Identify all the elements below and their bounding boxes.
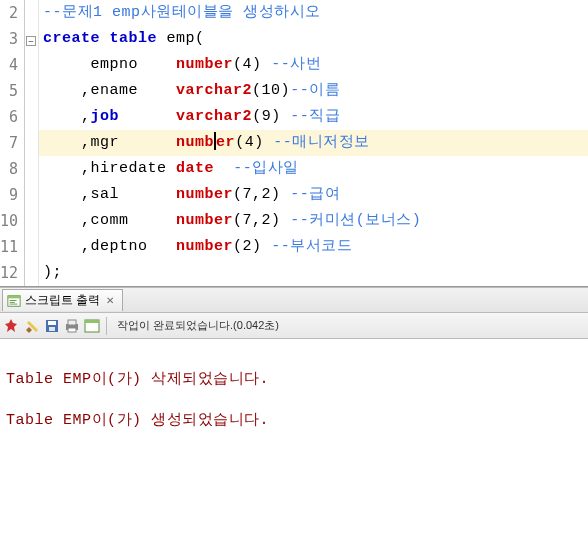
output-area: Table EMP이(가) 삭제되었습니다. Table EMP이(가) 생성되…	[0, 339, 588, 459]
fold-slot	[25, 208, 38, 234]
save-icon[interactable]	[44, 318, 60, 334]
token-ident: ,	[43, 108, 91, 125]
code-line[interactable]: empno number(4) --사번	[39, 52, 588, 78]
token-dtype: er	[216, 134, 235, 151]
code-line[interactable]: ,deptno number(2) --부서코드	[39, 234, 588, 260]
token-comment: --사번	[271, 56, 321, 73]
token-comment: --이름	[290, 82, 340, 99]
token-ident: ,mgr	[43, 134, 176, 151]
token-punct: (4)	[233, 56, 271, 73]
svg-rect-1	[8, 295, 20, 298]
fold-slot	[25, 234, 38, 260]
token-comment: --커미션(보너스)	[290, 212, 421, 229]
svg-rect-9	[68, 320, 76, 325]
token-punct: (4)	[235, 134, 273, 151]
token-comment: --문제1 emp사원테이블을 생성하시오	[43, 4, 321, 21]
output-line: Table EMP이(가) 삭제되었습니다.	[6, 369, 582, 388]
fold-slot	[25, 182, 38, 208]
token-punct: (10)	[252, 82, 290, 99]
fold-slot	[25, 0, 38, 26]
token-kw: table	[110, 30, 158, 47]
sql-icon[interactable]	[84, 318, 100, 334]
token-ident	[214, 160, 233, 177]
fold-slot	[25, 130, 38, 156]
status-text: 작업이 완료되었습니다.(0.042초)	[117, 318, 279, 333]
token-dtype: date	[176, 160, 214, 177]
fold-slot	[25, 78, 38, 104]
token-comment: --부서코드	[271, 238, 352, 255]
token-ident: ,sal	[43, 186, 176, 203]
print-icon[interactable]	[64, 318, 80, 334]
close-icon[interactable]: ✕	[104, 295, 116, 306]
code-line[interactable]: ,ename varchar2(10)--이름	[39, 78, 588, 104]
token-dtype: varchar2	[176, 82, 252, 99]
token-ident: ,comm	[43, 212, 176, 229]
line-gutter: 23456789101112	[0, 0, 25, 286]
svg-rect-12	[85, 320, 99, 323]
code-line[interactable]: create table emp(	[39, 26, 588, 52]
code-line[interactable]: ,comm number(7,2) --커미션(보너스)	[39, 208, 588, 234]
token-comment: --매니저정보	[273, 134, 370, 151]
output-line: Table EMP이(가) 생성되었습니다.	[6, 410, 582, 429]
token-punct: (2)	[233, 238, 271, 255]
token-ident: empno	[43, 56, 176, 73]
code-line[interactable]: ,hiredate date --입사일	[39, 156, 588, 182]
fold-slot	[25, 156, 38, 182]
line-number: 4	[0, 52, 24, 78]
line-number: 3	[0, 26, 24, 52]
token-dtype: number	[176, 186, 233, 203]
token-punct: (7,2)	[233, 212, 290, 229]
tab-script-output[interactable]: 스크립트 출력 ✕	[2, 289, 123, 311]
token-kw: create	[43, 30, 100, 47]
svg-rect-10	[68, 328, 76, 332]
code-editor[interactable]: 23456789101112 − --문제1 emp사원테이블을 생성하시오cr…	[0, 0, 588, 287]
line-number: 10	[0, 208, 24, 234]
svg-rect-3	[10, 301, 15, 302]
clear-icon[interactable]	[24, 318, 40, 334]
fold-slot	[25, 260, 38, 286]
pin-icon[interactable]	[4, 318, 20, 334]
token-ident: ,hiredate	[43, 160, 176, 177]
svg-rect-2	[10, 300, 17, 301]
output-panel-tabbar: 스크립트 출력 ✕	[0, 287, 588, 313]
code-line[interactable]: ,job varchar2(9) --직급	[39, 104, 588, 130]
script-output-icon	[7, 294, 21, 308]
code-line[interactable]: );	[39, 260, 588, 286]
token-ident	[119, 108, 176, 125]
line-number: 2	[0, 0, 24, 26]
line-number: 9	[0, 182, 24, 208]
token-comment: --급여	[290, 186, 340, 203]
token-ident: ,ename	[43, 82, 176, 99]
line-number: 7	[0, 130, 24, 156]
fold-slot	[25, 52, 38, 78]
line-number: 6	[0, 104, 24, 130]
token-dtype: number	[176, 238, 233, 255]
code-line[interactable]: ,sal number(7,2) --급여	[39, 182, 588, 208]
token-ident	[100, 30, 110, 47]
fold-column: −	[25, 0, 39, 286]
token-dtype: numb	[176, 134, 214, 151]
code-line[interactable]: --문제1 emp사원테이블을 생성하시오	[39, 0, 588, 26]
token-dtype: number	[176, 56, 233, 73]
code-line[interactable]: ,mgr number(4) --매니저정보	[39, 130, 588, 156]
fold-slot	[25, 104, 38, 130]
tab-label: 스크립트 출력	[25, 292, 100, 309]
token-ident: emp(	[157, 30, 205, 47]
token-ident: ,deptno	[43, 238, 176, 255]
line-number: 12	[0, 260, 24, 286]
token-comment: --입사일	[233, 160, 299, 177]
separator	[106, 317, 107, 335]
token-punct: (9)	[252, 108, 290, 125]
token-ident: );	[43, 264, 62, 281]
svg-rect-7	[49, 327, 55, 331]
token-punct: (7,2)	[233, 186, 290, 203]
svg-rect-4	[10, 303, 18, 304]
token-kw: job	[91, 108, 120, 125]
token-comment: --직급	[290, 108, 340, 125]
line-number: 11	[0, 234, 24, 260]
code-area[interactable]: --문제1 emp사원테이블을 생성하시오create table emp( e…	[39, 0, 588, 286]
line-number: 8	[0, 156, 24, 182]
token-dtype: number	[176, 212, 233, 229]
fold-slot: −	[25, 26, 38, 52]
fold-toggle-icon[interactable]: −	[26, 36, 36, 46]
